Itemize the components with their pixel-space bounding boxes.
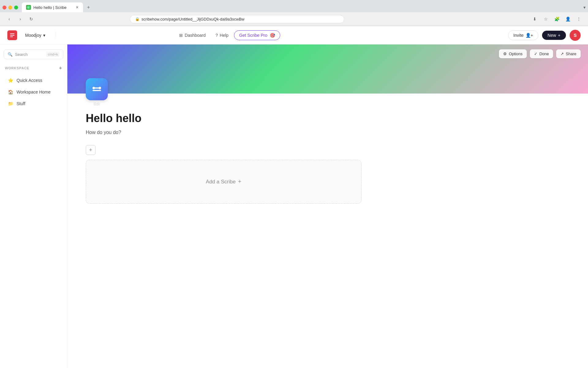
- minimize-window-btn[interactable]: [8, 6, 12, 10]
- page-icon-label: Edit: [86, 102, 108, 106]
- address-bar-row: ‹ › ↻ 🔒 scribehow.com/page/Untitled__Jij…: [0, 12, 588, 26]
- stuff-label: Stuff: [17, 101, 25, 106]
- banner-actions: ⚙ Options ✓ Done ↗ Share: [499, 49, 581, 58]
- page-subtitle: How do you do?: [86, 130, 570, 135]
- close-window-btn[interactable]: [2, 6, 6, 10]
- svg-point-4: [92, 87, 95, 89]
- sidebar-item-workspace-home[interactable]: 🏠 Workspace Home: [2, 86, 65, 98]
- top-nav: Moodjoy ▾ ⊞ Dashboard ? Help Get Scribe …: [0, 26, 588, 44]
- tab-title: Hello hello | Scribe: [33, 5, 66, 10]
- sidebar-item-quick-access[interactable]: ⭐ Quick Access: [2, 75, 65, 86]
- star-icon: ⭐: [7, 77, 13, 83]
- help-icon: ?: [216, 33, 218, 38]
- page-icon[interactable]: [86, 78, 108, 100]
- tab-list-button[interactable]: ▾: [583, 5, 586, 10]
- lock-icon: 🔒: [135, 17, 140, 21]
- page-icon-container: Edit: [86, 78, 108, 106]
- add-workspace-button[interactable]: +: [59, 65, 62, 71]
- share-button[interactable]: ↗ Share: [556, 49, 581, 58]
- dashboard-nav-item[interactable]: ⊞ Dashboard: [175, 31, 210, 40]
- search-placeholder: Search: [15, 52, 28, 57]
- bookmark-icon[interactable]: ☆: [541, 15, 550, 23]
- get-pro-label: Get Scribe Pro: [239, 33, 267, 38]
- chevron-down-icon: ▾: [43, 33, 45, 38]
- download-icon[interactable]: ⬇: [530, 15, 539, 23]
- pro-icon: 🎯: [270, 33, 275, 38]
- done-button[interactable]: ✓ Done: [530, 49, 553, 58]
- address-bar[interactable]: 🔒 scribehow.com/page/Untitled__JijGDDxuQ…: [130, 15, 344, 23]
- main-layout: 🔍 Search cmd+k WORKSPACE + ⭐ Quick Acces…: [0, 44, 588, 368]
- svg-text:S: S: [28, 6, 29, 9]
- scribe-placeholder[interactable]: Add a Scribe +: [86, 160, 361, 204]
- tab-favicon: S: [26, 5, 31, 10]
- search-shortcut: cmd+k: [46, 52, 59, 57]
- profile-icon[interactable]: 👤: [564, 15, 572, 23]
- user-avatar[interactable]: S: [570, 30, 581, 41]
- help-nav-item[interactable]: ? Help: [211, 31, 233, 40]
- invite-button[interactable]: Invite 👤+: [508, 30, 538, 40]
- app-container: Moodjoy ▾ ⊞ Dashboard ? Help Get Scribe …: [0, 26, 588, 368]
- content-area: ⚙ Options ✓ Done ↗ Share: [67, 44, 588, 368]
- nav-center: ⊞ Dashboard ? Help Get Scribe Pro 🎯: [175, 30, 280, 40]
- new-tab-button[interactable]: +: [84, 3, 93, 12]
- search-box[interactable]: 🔍 Search cmd+k: [4, 49, 63, 59]
- workspace-name: Moodjoy: [25, 33, 41, 38]
- page-banner: ⚙ Options ✓ Done ↗ Share: [67, 44, 588, 94]
- sidebar-item-stuff[interactable]: 📁 Stuff: [2, 98, 65, 109]
- page-content: Hello hello How do you do? + Add a Scrib…: [67, 94, 588, 368]
- share-icon: ↗: [560, 52, 564, 56]
- options-label: Options: [509, 52, 522, 56]
- done-label: Done: [539, 52, 549, 56]
- share-label: Share: [566, 52, 576, 56]
- workspace-selector[interactable]: Moodjoy ▾: [22, 31, 48, 40]
- folder-icon: 📁: [7, 101, 13, 107]
- nav-right: Invite 👤+ New + S: [508, 30, 581, 41]
- dashboard-label: Dashboard: [185, 33, 206, 38]
- new-label: New: [548, 33, 556, 38]
- invite-icon: 👤+: [526, 33, 533, 38]
- tab-close-btn[interactable]: ✕: [76, 5, 79, 10]
- url-text: scribehow.com/page/Untitled__JijGDDxuQk-…: [141, 17, 244, 21]
- home-icon: 🏠: [7, 89, 13, 95]
- workspace-home-label: Workspace Home: [17, 90, 51, 94]
- options-button[interactable]: ⚙ Options: [499, 49, 527, 58]
- settings-icon[interactable]: ⋮: [575, 15, 583, 23]
- browser-actions: ⬇ ☆ 🧩 👤 ⋮: [530, 15, 583, 23]
- back-button[interactable]: ‹: [5, 15, 13, 23]
- invite-label: Invite: [513, 33, 523, 38]
- extensions-icon[interactable]: 🧩: [552, 15, 561, 23]
- add-scribe-text: Add a Scribe +: [206, 178, 241, 185]
- window-controls: [2, 6, 18, 10]
- get-scribe-pro-button[interactable]: Get Scribe Pro 🎯: [234, 30, 280, 40]
- checkmark-icon: ✓: [534, 52, 537, 56]
- browser-chrome: S Hello hello | Scribe ✕ + ▾ ‹ › ↻ 🔒 scr…: [0, 0, 588, 26]
- tab-bar: S Hello hello | Scribe ✕ + ▾: [0, 0, 588, 12]
- nav-divider: [56, 32, 56, 39]
- help-label: Help: [220, 33, 228, 38]
- new-button[interactable]: New +: [542, 31, 566, 40]
- workspace-section: WORKSPACE +: [0, 64, 67, 72]
- reload-button[interactable]: ↻: [27, 15, 36, 23]
- add-scribe-label: Add a Scribe: [206, 179, 236, 185]
- add-block-button[interactable]: +: [86, 145, 96, 155]
- page-title: Hello hello: [86, 112, 570, 125]
- add-scribe-plus-icon: +: [238, 178, 241, 185]
- dashboard-icon: ⊞: [179, 33, 183, 38]
- workspace-label: WORKSPACE +: [4, 64, 63, 72]
- forward-button[interactable]: ›: [16, 15, 24, 23]
- sidebar: 🔍 Search cmd+k WORKSPACE + ⭐ Quick Acces…: [0, 44, 67, 368]
- browser-tab[interactable]: S Hello hello | Scribe ✕: [22, 2, 83, 12]
- app-logo: [7, 30, 17, 40]
- svg-point-5: [99, 87, 101, 89]
- quick-access-label: Quick Access: [17, 78, 42, 83]
- svg-rect-3: [92, 90, 101, 91]
- maximize-window-btn[interactable]: [14, 6, 18, 10]
- search-icon: 🔍: [8, 52, 13, 57]
- plus-icon: +: [558, 33, 560, 38]
- options-icon: ⚙: [503, 52, 507, 56]
